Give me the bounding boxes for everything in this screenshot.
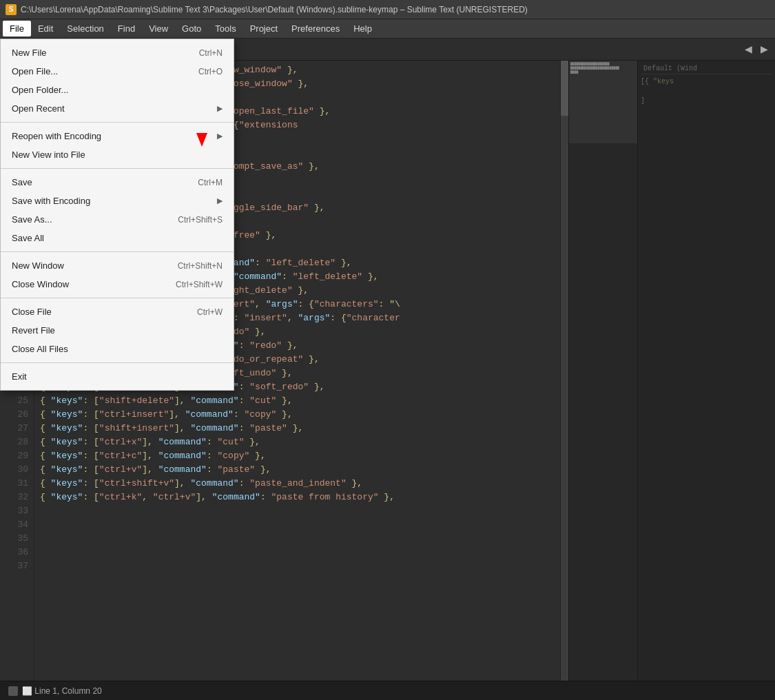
line-number: 36 bbox=[3, 546, 28, 559]
menu-edit[interactable]: Edit bbox=[31, 21, 60, 37]
submenu-arrow-icon-3: ▶ bbox=[217, 196, 223, 205]
line-number: 35 bbox=[3, 532, 28, 546]
menu-close-file[interactable]: Close File Ctrl+W bbox=[1, 302, 234, 321]
menu-close-window[interactable]: Close Window Ctrl+Shift+W bbox=[1, 275, 234, 294]
title-path: C:\Users\Lorena\AppData\Roaming\Sublime … bbox=[21, 5, 528, 14]
menu-revert-file[interactable]: Revert File bbox=[1, 321, 234, 340]
menu-save-encoding-label: Save with Encoding bbox=[12, 196, 90, 206]
menu-close-file-shortcut: Ctrl+W bbox=[183, 307, 223, 317]
menu-goto[interactable]: Goto bbox=[175, 21, 208, 37]
file-menu-section-1: New File Ctrl+N Open File... Ctrl+O Open… bbox=[1, 42, 234, 119]
menu-exit-label: Exit bbox=[12, 371, 27, 382]
menu-close-window-label: Close Window bbox=[12, 279, 69, 289]
code-line: { "keys": ["ctrl+insert"], "command": "c… bbox=[40, 408, 555, 422]
file-menu-dropdown: New File Ctrl+N Open File... Ctrl+O Open… bbox=[0, 39, 234, 391]
status-text: ⬜ Line 1, Column 20 bbox=[22, 686, 102, 696]
status-bar: ⬜ Line 1, Column 20 bbox=[0, 681, 775, 700]
menu-save-with-encoding[interactable]: Save with Encoding ▶ bbox=[1, 192, 234, 210]
menu-save-label: Save bbox=[12, 177, 32, 187]
menu-exit[interactable]: Exit bbox=[1, 367, 234, 386]
menu-open-folder[interactable]: Open Folder... bbox=[1, 81, 234, 99]
line-number: 31 bbox=[3, 477, 28, 491]
menu-separator-3 bbox=[1, 251, 234, 252]
code-line: { "keys": ["ctrl+c"], "command": "copy" … bbox=[40, 449, 555, 463]
menu-new-file-label: New File bbox=[12, 48, 47, 58]
menu-close-file-label: Close File bbox=[12, 307, 52, 317]
line-number: 26 bbox=[3, 408, 28, 422]
code-line: { "keys": ["shift+delete"], "command": "… bbox=[40, 394, 555, 408]
menu-view[interactable]: View bbox=[142, 21, 175, 37]
menu-separator-2 bbox=[1, 168, 234, 169]
menu-close-all-files-label: Close All Files bbox=[12, 344, 68, 354]
menu-save[interactable]: Save Ctrl+M bbox=[1, 173, 234, 192]
line-number: 25 bbox=[3, 394, 28, 408]
menu-close-all-files[interactable]: Close All Files bbox=[1, 340, 234, 358]
app-icon: S bbox=[6, 4, 17, 15]
code-line: { "keys": ["ctrl+k", "ctrl+v"], "command… bbox=[40, 491, 555, 504]
line-number: 37 bbox=[3, 559, 28, 573]
minimap: ████████████████████ ███████████████████… bbox=[568, 61, 637, 681]
menu-new-file-shortcut: Ctrl+N bbox=[185, 48, 223, 58]
minimap-content: ████████████████████ ███████████████████… bbox=[569, 61, 637, 681]
menu-new-window-label: New Window bbox=[12, 260, 64, 271]
menu-save-shortcut: Ctrl+M bbox=[184, 178, 223, 187]
file-menu-section-4: New Window Ctrl+Shift+N Close Window Ctr… bbox=[1, 255, 234, 295]
menu-open-file-shortcut: Ctrl+O bbox=[185, 67, 223, 76]
minimap-viewport bbox=[569, 61, 637, 143]
submenu-arrow-icon-2: ▶ bbox=[217, 132, 223, 141]
right-panel-content: [{ "keys ] bbox=[641, 77, 772, 106]
menu-revert-file-label: Revert File bbox=[12, 325, 55, 336]
tab-nav-right[interactable]: ▶ bbox=[756, 38, 772, 60]
tab-nav-left[interactable]: ◀ bbox=[741, 38, 756, 60]
menu-open-recent-label: Open Recent bbox=[12, 103, 65, 114]
menu-preferences[interactable]: Preferences bbox=[285, 21, 347, 37]
menu-open-recent[interactable]: Open Recent ▶ bbox=[1, 99, 234, 118]
right-panel: Default (Wind [{ "keys ] bbox=[637, 61, 775, 681]
menu-open-file[interactable]: Open File... Ctrl+O bbox=[1, 62, 234, 81]
menu-new-file[interactable]: New File Ctrl+N bbox=[1, 43, 234, 62]
file-menu-section-5: Close File Ctrl+W Revert File Close All … bbox=[1, 301, 234, 360]
menu-project[interactable]: Project bbox=[243, 21, 285, 37]
menu-save-all[interactable]: Save All bbox=[1, 229, 234, 247]
menu-bar: File Edit Selection Find View Goto Tools… bbox=[0, 19, 775, 39]
menu-new-view-into-file[interactable]: New View into File bbox=[1, 145, 234, 164]
menu-save-all-label: Save All bbox=[12, 233, 44, 243]
line-number: 29 bbox=[3, 449, 28, 463]
title-bar: S C:\Users\Lorena\AppData\Roaming\Sublim… bbox=[0, 0, 775, 19]
menu-save-as-label: Save As... bbox=[12, 214, 52, 225]
submenu-arrow-icon: ▶ bbox=[217, 104, 223, 113]
menu-save-as[interactable]: Save As... Ctrl+Shift+S bbox=[1, 210, 234, 229]
line-number: 28 bbox=[3, 435, 28, 449]
menu-new-window[interactable]: New Window Ctrl+Shift+N bbox=[1, 256, 234, 275]
code-line: { "keys": ["ctrl+x"], "command": "cut" }… bbox=[40, 435, 555, 449]
menu-selection[interactable]: Selection bbox=[60, 21, 110, 37]
menu-save-as-shortcut: Ctrl+Shift+S bbox=[164, 215, 223, 225]
menu-reopen-encoding-label: Reopen with Encoding bbox=[12, 131, 101, 141]
file-menu-section-6: Exit bbox=[1, 366, 234, 387]
line-number: 30 bbox=[3, 463, 28, 477]
scrollbar-thumb[interactable] bbox=[561, 61, 568, 116]
line-number: 34 bbox=[3, 518, 28, 532]
line-number: 27 bbox=[3, 422, 28, 435]
line-number: 33 bbox=[3, 504, 28, 518]
menu-separator-5 bbox=[1, 362, 234, 363]
code-line: { "keys": ["shift+insert"], "command": "… bbox=[40, 422, 555, 435]
menu-tools[interactable]: Tools bbox=[208, 21, 242, 37]
menu-close-window-shortcut: Ctrl+Shift+W bbox=[162, 280, 223, 289]
status-icon bbox=[8, 686, 18, 696]
menu-new-window-shortcut: Ctrl+Shift+N bbox=[164, 261, 223, 271]
menu-help[interactable]: Help bbox=[347, 21, 379, 37]
menu-open-folder-label: Open Folder... bbox=[12, 85, 68, 95]
menu-separator-1 bbox=[1, 122, 234, 123]
tab-bar-right: ◀ ▶ bbox=[741, 38, 772, 60]
menu-find[interactable]: Find bbox=[111, 21, 142, 37]
code-line: { "keys": ["ctrl+v"], "command": "paste"… bbox=[40, 463, 555, 477]
vertical-scrollbar[interactable] bbox=[560, 61, 568, 681]
code-line: { "keys": ["ctrl+shift+v"], "command": "… bbox=[40, 477, 555, 491]
file-menu-section-3: Save Ctrl+M Save with Encoding ▶ Save As… bbox=[1, 172, 234, 249]
right-panel-title: Default (Wind bbox=[641, 63, 772, 74]
line-number: 32 bbox=[3, 491, 28, 504]
menu-separator-4 bbox=[1, 298, 234, 298]
menu-file[interactable]: File bbox=[3, 21, 31, 37]
menu-new-view-label: New View into File bbox=[12, 150, 85, 160]
